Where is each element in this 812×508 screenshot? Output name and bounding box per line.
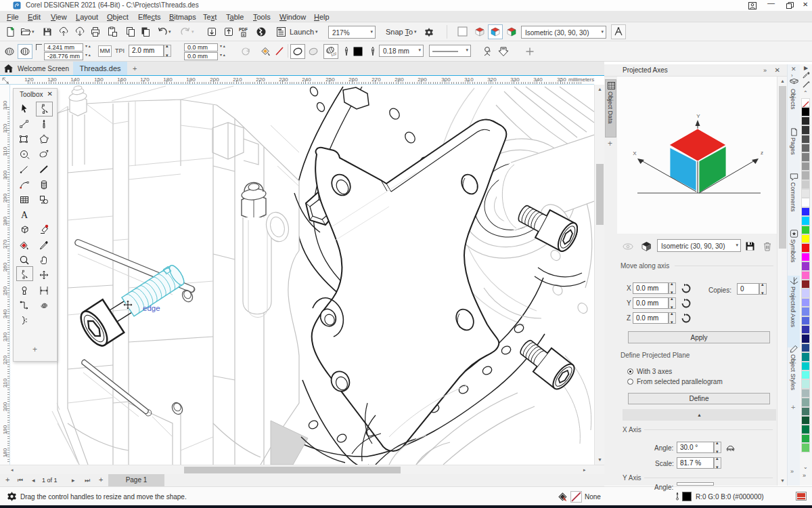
svg-text:123: 123 [330, 51, 336, 57]
svg-text:PDF: PDF [239, 27, 248, 32]
svg-text:Y: Y [696, 113, 700, 119]
svg-text:X: X [633, 150, 637, 156]
svg-text:z: z [761, 150, 763, 156]
svg-text:A: A [21, 210, 28, 220]
svg-text:edge: edge [143, 304, 160, 312]
